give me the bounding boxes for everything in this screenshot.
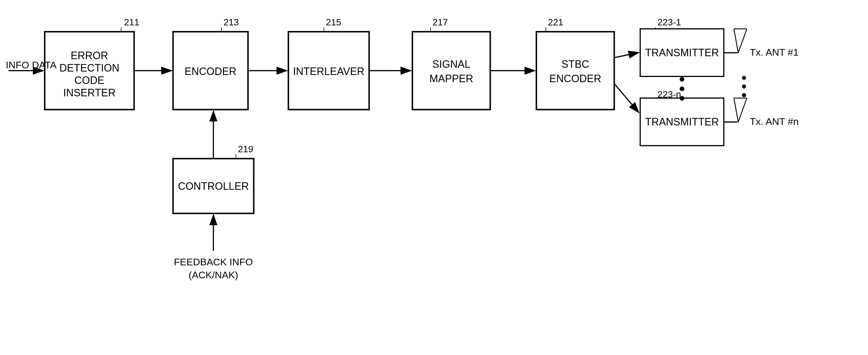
- transmitter-n-label: TRANSMITTER: [645, 116, 719, 128]
- tx-ant-1-label: Tx. ANT #1: [750, 47, 799, 58]
- diagram-container: 211 213 215 217 221 223-1 223-n 219 ERRO…: [0, 0, 868, 355]
- error-detection-label-2: DETECTION: [59, 62, 119, 74]
- ref-213: 213: [223, 17, 239, 27]
- stbc-encoder-block: [536, 32, 614, 109]
- interleaver-label: INTERLEAVER: [293, 65, 364, 77]
- ref-219: 219: [238, 144, 253, 154]
- ack-nak-label: (ACK/NAK): [189, 269, 238, 280]
- ref-223-1: 223-1: [657, 17, 681, 27]
- error-detection-label-4: INSERTER: [63, 87, 115, 99]
- ref-217: 217: [433, 17, 448, 27]
- signal-mapper-block: [412, 32, 490, 109]
- error-detection-label-3: CODE: [74, 74, 104, 86]
- ant-dot-1: [742, 76, 746, 80]
- feedback-info-label: FEEDBACK INFO: [174, 256, 253, 267]
- ant-dot-2: [742, 85, 746, 89]
- ref-215: 215: [326, 17, 341, 27]
- signal-mapper-label-2: MAPPER: [429, 73, 473, 85]
- ant-dot-3: [742, 93, 746, 97]
- stbc-encoder-label-1: STBC: [561, 58, 589, 70]
- info-data-label: INFO DATA: [6, 59, 57, 70]
- encoder-label: ENCODER: [185, 65, 237, 77]
- controller-label: CONTROLLER: [178, 180, 249, 192]
- tx-ant-n-label: Tx. ANT #n: [750, 116, 799, 127]
- dot-3: [680, 96, 684, 101]
- signal-mapper-label-1: SIGNAL: [432, 58, 470, 70]
- dot-1: [680, 77, 684, 82]
- error-detection-label-1: ERROR: [71, 50, 108, 61]
- dot-2: [680, 87, 684, 91]
- stbc-encoder-label-2: ENCODER: [549, 73, 601, 85]
- ref-211: 211: [124, 17, 139, 27]
- ref-221: 221: [548, 17, 563, 27]
- transmitter-1-label: TRANSMITTER: [645, 47, 719, 59]
